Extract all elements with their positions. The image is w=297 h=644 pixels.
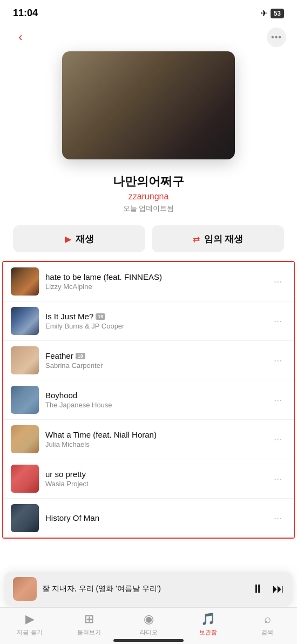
- tab-item-지금 듣기[interactable]: ▶지금 듣기: [0, 612, 59, 636]
- nav-bar: ‹ •••: [0, 23, 297, 51]
- more-button[interactable]: •••: [267, 28, 286, 47]
- mini-skip-button[interactable]: ⏭: [272, 582, 284, 596]
- song-title-row: History Of Man: [45, 513, 263, 522]
- song-item[interactable]: Feather19Sabrina Carpenter···: [3, 341, 294, 380]
- song-item[interactable]: History Of Man···: [3, 499, 294, 538]
- home-indicator: [113, 639, 184, 642]
- song-title-row: ur so pretty: [45, 469, 263, 479]
- song-info: Is It Just Me?19Emily Burns & JP Cooper: [45, 312, 263, 330]
- back-chevron-icon: ‹: [18, 30, 22, 44]
- song-item[interactable]: BoyhoodThe Japanese House···: [3, 380, 294, 420]
- play-label: 재생: [76, 233, 94, 245]
- song-artist: The Japanese House: [45, 401, 263, 409]
- song-info: Feather19Sabrina Carpenter: [45, 351, 263, 370]
- shuffle-icon: ⇄: [193, 234, 200, 244]
- explicit-badge: 19: [96, 313, 105, 320]
- song-thumbnail: [11, 307, 39, 335]
- song-menu-button[interactable]: ···: [269, 511, 286, 526]
- tab-label-4: 검색: [261, 628, 273, 636]
- song-menu-button[interactable]: ···: [269, 313, 286, 329]
- tab-item-라디오[interactable]: ◉라디오: [119, 612, 178, 636]
- song-thumbnail: [11, 386, 39, 414]
- tab-icon-2: ◉: [144, 612, 154, 626]
- song-menu-button[interactable]: ···: [269, 471, 286, 487]
- song-list: hate to be lame (feat. FINNEAS)Lizzy McA…: [2, 261, 295, 539]
- mini-pause-button[interactable]: ⏸: [252, 582, 264, 596]
- playlist-author[interactable]: zzarungna: [11, 192, 286, 202]
- more-dots-icon: •••: [271, 32, 282, 42]
- song-info: What a Time (feat. Niall Horan)Julia Mic…: [45, 430, 263, 448]
- song-menu-button[interactable]: ···: [269, 274, 286, 290]
- song-thumbnail: [11, 425, 39, 453]
- song-thumbnail: [11, 504, 39, 532]
- song-title: hate to be lame (feat. FINNEAS): [45, 272, 162, 281]
- tab-item-보관함[interactable]: 🎵보관함: [178, 612, 238, 636]
- airplane-icon: ✈: [260, 8, 267, 18]
- mini-player-title: 잘 지내자, 우리 (영화 '여름날 우리'): [42, 584, 246, 594]
- song-title: History Of Man: [45, 513, 99, 522]
- song-menu-button[interactable]: ···: [269, 392, 286, 408]
- song-info: History Of Man: [45, 513, 263, 524]
- play-icon: ▶: [65, 234, 71, 244]
- song-info: hate to be lame (feat. FINNEAS)Lizzy McA…: [45, 272, 263, 291]
- album-art-container: [0, 51, 297, 168]
- playlist-info: 나만의어쩌구 zzarungna 오늘 업데이트됨: [0, 168, 297, 217]
- song-title-row: Boyhood: [45, 391, 263, 400]
- song-title-row: hate to be lame (feat. FINNEAS): [45, 272, 263, 281]
- tab-icon-4: ⌕: [264, 612, 271, 626]
- playlist-updated: 오늘 업데이트됨: [11, 204, 286, 213]
- explicit-badge: 19: [76, 353, 85, 359]
- playlist-title: 나만의어쩌구: [11, 173, 286, 190]
- song-title: Is It Just Me?: [45, 312, 93, 321]
- status-time: 11:04: [13, 8, 38, 19]
- tab-icon-1: ⊞: [84, 612, 94, 626]
- song-item[interactable]: ur so prettyWasia Project···: [3, 459, 294, 499]
- song-thumbnail: [11, 346, 39, 374]
- song-item[interactable]: Is It Just Me?19Emily Burns & JP Cooper·…: [3, 301, 294, 341]
- shuffle-label: 임의 재생: [204, 233, 244, 245]
- song-info: BoyhoodThe Japanese House: [45, 391, 263, 409]
- song-item[interactable]: hate to be lame (feat. FINNEAS)Lizzy McA…: [3, 262, 294, 301]
- back-button[interactable]: ‹: [11, 28, 30, 47]
- song-title: ur so pretty: [45, 469, 86, 479]
- tab-item-검색[interactable]: ⌕검색: [238, 612, 297, 636]
- status-icons: ✈ 53: [260, 8, 284, 18]
- tab-bar: ▶지금 듣기⊞둘러보기◉라디오🎵보관함⌕검색: [0, 607, 297, 644]
- song-menu-button[interactable]: ···: [269, 353, 286, 368]
- battery-level: 53: [271, 9, 284, 18]
- song-thumbnail: [11, 465, 39, 493]
- song-thumbnail: [11, 267, 39, 296]
- song-artist: Lizzy McAlpine: [45, 283, 263, 291]
- song-title: What a Time (feat. Niall Horan): [45, 430, 157, 439]
- tab-icon-3: 🎵: [201, 612, 215, 626]
- mini-player-controls: ⏸ ⏭: [252, 582, 284, 596]
- song-item[interactable]: What a Time (feat. Niall Horan)Julia Mic…: [3, 420, 294, 459]
- song-artist: Emily Burns & JP Cooper: [45, 322, 263, 330]
- song-title-row: What a Time (feat. Niall Horan): [45, 430, 263, 439]
- tab-icon-0: ▶: [25, 612, 35, 626]
- mini-player-thumb: [13, 577, 37, 601]
- song-artist: Sabrina Carpenter: [45, 361, 263, 370]
- tab-label-2: 라디오: [140, 628, 158, 636]
- tab-label-0: 지금 듣기: [17, 628, 42, 636]
- tab-item-둘러보기[interactable]: ⊞둘러보기: [59, 612, 119, 636]
- action-buttons: ▶ 재생 ⇄ 임의 재생: [0, 217, 297, 261]
- song-title: Boyhood: [45, 391, 77, 400]
- song-menu-button[interactable]: ···: [269, 432, 286, 447]
- status-bar: 11:04 ✈ 53: [0, 0, 297, 23]
- shuffle-button[interactable]: ⇄ 임의 재생: [152, 225, 284, 252]
- song-artist: Julia Michaels: [45, 440, 263, 448]
- song-artist: Wasia Project: [45, 480, 263, 488]
- song-info: ur so prettyWasia Project: [45, 469, 263, 488]
- song-title-row: Feather19: [45, 351, 263, 360]
- album-art: [62, 51, 235, 159]
- song-title: Feather: [45, 351, 73, 360]
- song-title-row: Is It Just Me?19: [45, 312, 263, 321]
- tab-label-1: 둘러보기: [77, 628, 101, 636]
- tab-label-3: 보관함: [199, 628, 217, 636]
- play-button[interactable]: ▶ 재생: [13, 225, 145, 252]
- mini-player[interactable]: 잘 지내자, 우리 (영화 '여름날 우리') ⏸ ⏭: [4, 572, 293, 606]
